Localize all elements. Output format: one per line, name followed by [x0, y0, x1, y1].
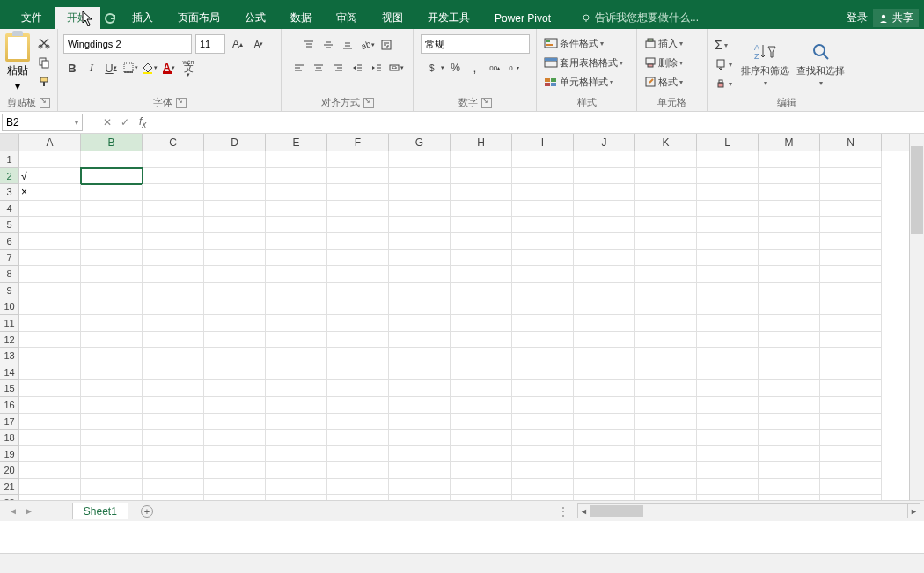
cell[interactable]	[697, 233, 759, 250]
cell[interactable]	[820, 168, 882, 185]
cell[interactable]	[19, 479, 81, 496]
row-header[interactable]: 9	[0, 283, 19, 299]
align-top-button[interactable]	[300, 36, 318, 54]
percent-button[interactable]: %	[447, 59, 465, 77]
cell[interactable]	[574, 414, 635, 430]
cell[interactable]	[143, 479, 204, 496]
clear-button[interactable]: ▾	[713, 75, 734, 92]
cell[interactable]	[143, 283, 204, 299]
column-header[interactable]: L	[697, 134, 759, 151]
fx-icon[interactable]: fx	[134, 115, 151, 129]
cell[interactable]	[697, 266, 759, 283]
cell[interactable]	[327, 283, 389, 299]
column-header[interactable]: J	[574, 134, 635, 151]
cell[interactable]	[697, 348, 759, 364]
cell[interactable]	[19, 364, 81, 381]
sort-filter-button[interactable]: AZ 排序和筛选▾	[741, 41, 789, 87]
cell[interactable]	[759, 462, 820, 479]
cell[interactable]	[697, 430, 759, 446]
cell[interactable]	[512, 414, 574, 430]
column-header[interactable]: C	[143, 134, 204, 151]
cell[interactable]	[204, 283, 266, 299]
cell[interactable]	[327, 479, 389, 496]
cell[interactable]	[759, 250, 820, 267]
cell[interactable]	[327, 332, 389, 349]
cell[interactable]	[204, 201, 266, 217]
align-middle-button[interactable]	[319, 36, 337, 54]
cell[interactable]	[697, 446, 759, 463]
cell[interactable]	[389, 266, 451, 283]
row-header[interactable]: 6	[0, 233, 19, 250]
cell[interactable]	[19, 315, 81, 332]
cell[interactable]	[19, 495, 81, 500]
cell[interactable]	[327, 414, 389, 430]
cell[interactable]	[81, 184, 143, 201]
cell[interactable]	[574, 380, 635, 397]
format-painter-button[interactable]	[35, 73, 53, 91]
cell[interactable]	[451, 495, 512, 500]
cell[interactable]	[635, 348, 697, 364]
font-size-input[interactable]	[195, 34, 225, 54]
cell[interactable]	[204, 184, 266, 201]
cell[interactable]	[19, 201, 81, 217]
cell[interactable]	[820, 495, 882, 500]
row-header[interactable]: 22	[0, 495, 19, 500]
font-name-input[interactable]	[63, 34, 192, 54]
find-select-button[interactable]: 查找和选择▾	[796, 41, 845, 87]
cell[interactable]	[81, 283, 143, 299]
cell[interactable]	[19, 348, 81, 364]
cell[interactable]	[389, 217, 451, 233]
cell[interactable]	[81, 364, 143, 381]
column-header[interactable]: K	[635, 134, 697, 151]
row-header[interactable]: 19	[0, 446, 19, 463]
confirm-edit-button[interactable]: ✓	[116, 114, 134, 131]
cell[interactable]	[697, 283, 759, 299]
cell[interactable]	[820, 364, 882, 381]
cell[interactable]	[204, 332, 266, 349]
cell[interactable]	[19, 250, 81, 267]
cell[interactable]	[697, 250, 759, 267]
cell[interactable]	[266, 283, 327, 299]
cell[interactable]	[635, 332, 697, 349]
cell[interactable]	[19, 217, 81, 233]
cell[interactable]	[266, 364, 327, 381]
cell[interactable]	[512, 364, 574, 381]
cell[interactable]	[266, 201, 327, 217]
cell[interactable]	[635, 364, 697, 381]
cell[interactable]	[204, 233, 266, 250]
cell[interactable]	[204, 250, 266, 267]
cell[interactable]	[635, 217, 697, 233]
cell[interactable]	[697, 380, 759, 397]
cell[interactable]	[512, 266, 574, 283]
row-header[interactable]: 17	[0, 414, 19, 430]
cell[interactable]	[635, 168, 697, 185]
cell[interactable]	[204, 495, 266, 500]
cell[interactable]	[327, 298, 389, 315]
formula-input[interactable]	[151, 114, 909, 131]
row-header[interactable]: 14	[0, 364, 19, 381]
font-color-button[interactable]: A▾	[160, 59, 178, 77]
cell[interactable]	[204, 479, 266, 496]
cell[interactable]	[574, 168, 635, 185]
cell[interactable]	[451, 315, 512, 332]
cell[interactable]	[204, 380, 266, 397]
cell[interactable]	[759, 397, 820, 414]
cell[interactable]	[451, 233, 512, 250]
cell[interactable]	[635, 380, 697, 397]
cell[interactable]	[451, 298, 512, 315]
cell[interactable]	[820, 201, 882, 217]
cell[interactable]	[143, 151, 204, 168]
tab-data[interactable]: 数据	[278, 7, 324, 29]
share-button[interactable]: 共享	[873, 9, 919, 27]
cell[interactable]	[574, 479, 635, 496]
cell[interactable]	[574, 495, 635, 500]
cell[interactable]	[266, 151, 327, 168]
cell[interactable]	[820, 283, 882, 299]
cell[interactable]	[451, 348, 512, 364]
cell[interactable]	[451, 462, 512, 479]
cell[interactable]	[19, 298, 81, 315]
cell[interactable]	[574, 332, 635, 349]
cell[interactable]	[759, 298, 820, 315]
cell[interactable]	[820, 462, 882, 479]
cell[interactable]	[820, 479, 882, 496]
